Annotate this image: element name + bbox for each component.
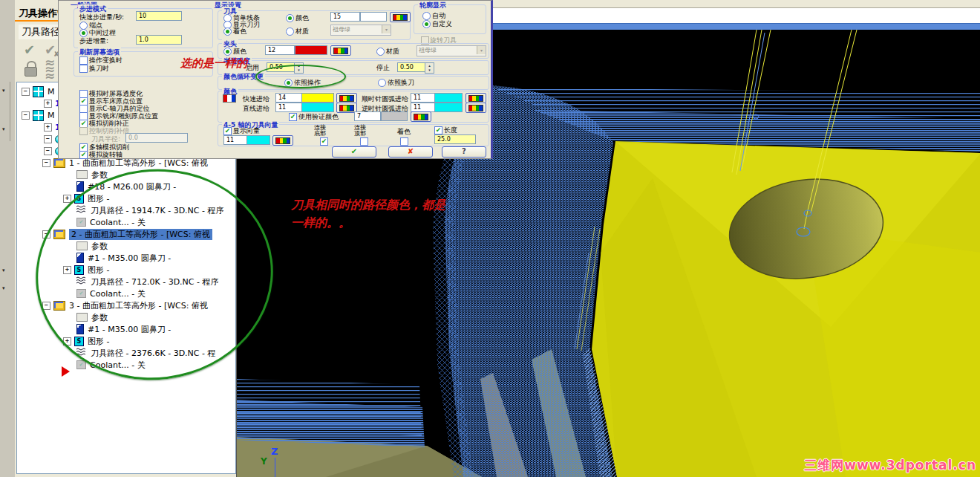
refresh-on-toolchange-checkbox[interactable]: ✔ <box>79 65 88 73</box>
rail-flyout-arrow[interactable]: ▾ <box>2 88 5 94</box>
holder-material-dropdown[interactable]: 祖母绿▾ <box>416 45 486 56</box>
insert-arrow-icon[interactable] <box>62 366 70 377</box>
tree-row-label: M <box>48 87 55 97</box>
verify-color-palette[interactable] <box>411 111 431 122</box>
tree-expand-toggle[interactable]: − <box>22 111 30 120</box>
tool-color-label: 颜色 <box>295 14 309 22</box>
verify-color-swatch[interactable] <box>381 111 408 121</box>
step-increment-input[interactable]: 1.0 <box>136 35 182 45</box>
verify-color-checkbox[interactable]: ✔ <box>289 113 297 121</box>
rapid-feed-num-input[interactable]: 14 <box>275 93 302 103</box>
gizmo-z-line <box>275 458 275 477</box>
sim-rotary-label: 模拟旋转轴 <box>89 151 122 158</box>
vector-color-num-input[interactable]: 11 <box>223 135 247 145</box>
tree-expand-toggle[interactable]: − <box>44 147 52 155</box>
tool-palette-button[interactable] <box>390 12 411 22</box>
tool-color-num-input[interactable]: 15 <box>330 12 360 22</box>
multiaxis-label: 多轴模拟切削 <box>89 143 129 151</box>
cycle-by-tool-radio[interactable] <box>378 79 386 87</box>
top-strip-white <box>486 8 980 23</box>
refresh-on-toolchange-label: 换刀时 <box>89 65 109 72</box>
show-vectors-checkbox[interactable]: ✔ <box>223 127 232 135</box>
tree-expand-toggle[interactable]: − <box>22 88 30 96</box>
viewport-note-line1: 刀具相同时的路径颜色，都是 <box>291 198 445 213</box>
sim-rotary-checkbox[interactable]: ✔ <box>79 151 88 159</box>
ccw-arc-palette[interactable] <box>466 103 486 113</box>
cw-arc-palette[interactable] <box>466 93 486 103</box>
comp-control-label: 控制切削补偿 <box>89 127 129 134</box>
palette-mini-icon <box>223 94 236 103</box>
cw-arc-swatch[interactable] <box>434 93 463 103</box>
tree-row-label: M <box>48 111 55 120</box>
refresh-on-op-checkbox[interactable]: ✔ <box>79 56 88 65</box>
midprocess-radio[interactable] <box>79 29 88 37</box>
tool-color-radio[interactable] <box>286 14 294 22</box>
transparency-stop-input[interactable]: 0.50 <box>397 62 425 72</box>
conn-top-label: 连接顶部 <box>354 125 366 137</box>
vector-length-checkbox[interactable]: ✔ <box>434 126 442 134</box>
comp-control-checkbox[interactable]: ✔ <box>79 127 88 135</box>
tool-material-radio[interactable] <box>286 27 294 36</box>
linear-feed-swatch[interactable] <box>301 103 334 112</box>
rapid-step-input[interactable]: 10 <box>136 11 182 21</box>
cw-arc-num-input[interactable]: 11 <box>411 93 436 103</box>
holder-palette-button[interactable] <box>330 45 351 56</box>
ok-button[interactable]: ✔ <box>332 146 376 158</box>
tool-color-swatch[interactable] <box>360 12 387 22</box>
tool-material-label: 材质 <box>295 27 309 35</box>
conn-bottom-checkbox[interactable]: ✔ <box>320 137 328 146</box>
help-button[interactable]: ? <box>442 146 486 158</box>
machine-group-icon <box>33 110 44 121</box>
dialog-note: 选的是一样的 <box>180 56 247 71</box>
vector-color-swatch[interactable] <box>246 135 270 145</box>
conn-top-checkbox[interactable]: ✔ <box>360 137 368 146</box>
verify-color-num-input[interactable]: 7 <box>354 111 381 121</box>
lock-icon[interactable] <box>24 61 36 76</box>
tool-radius-input[interactable]: 0.0 <box>125 133 188 143</box>
tree-expand-toggle[interactable]: + <box>44 100 52 108</box>
rail-flyout-arrow[interactable]: ▾ <box>2 285 5 291</box>
watermark: 三维网www.3dportal.cn <box>804 457 976 474</box>
rail-flyout-arrow[interactable]: ▾ <box>2 126 5 132</box>
rapid-feed-label: 快速进给 <box>243 95 270 103</box>
holder-color-num-input[interactable]: 12 <box>265 45 295 55</box>
green-ellipse-by-op <box>255 65 346 88</box>
holder-color-label: 颜色 <box>233 48 246 55</box>
tree-expand-toggle[interactable]: − <box>44 135 52 143</box>
ccw-arc-swatch[interactable] <box>434 103 463 112</box>
holder-color-swatch[interactable] <box>295 45 327 55</box>
holder-material-radio[interactable] <box>376 48 385 56</box>
conn-bottom-label: 连接底部 <box>314 125 326 137</box>
tree-expand-toggle[interactable]: + <box>44 123 52 132</box>
outline-auto-radio[interactable] <box>422 12 431 20</box>
tab-toolpaths[interactable]: 刀具路径 <box>19 25 63 39</box>
tool-icon <box>76 181 84 192</box>
rapid-feed-swatch[interactable] <box>301 93 334 103</box>
transparency-stop-spinner[interactable]: ▴▾ <box>425 62 434 74</box>
vector-palette[interactable] <box>272 135 293 146</box>
vector-length-input[interactable]: 25.0 <box>434 134 476 144</box>
linear-feed-label: 直线进给 <box>243 105 270 112</box>
outline-custom-radio[interactable] <box>422 20 431 28</box>
linear-feed-num-input[interactable]: 11 <box>275 103 302 112</box>
check-icon: ✔ <box>24 42 35 57</box>
endpoint-label: 端点 <box>89 22 102 29</box>
select-all-ops-button[interactable]: ✔ <box>24 42 40 58</box>
holder-color-radio[interactable] <box>223 48 232 56</box>
vector-shade-checkbox[interactable]: ✔ <box>400 137 408 146</box>
tool-material-dropdown[interactable]: 祖母绿▾ <box>330 25 391 36</box>
tree-row-label: 参数 <box>91 169 108 181</box>
tool-shaded-radio[interactable] <box>223 27 232 36</box>
screen-fit-label: 模拟时屏幕透度化 <box>89 90 143 97</box>
outline-title: 轮廓显示 <box>418 1 448 10</box>
parameters-folder-icon <box>76 170 88 179</box>
rail-flyout-arrow[interactable]: ▾ <box>2 267 5 273</box>
cw-arc-label: 顺时针圆弧进给 <box>362 95 408 103</box>
cancel-button[interactable]: ✘ <box>388 146 433 158</box>
viewport-note-line2: 一样的。。 <box>291 215 350 231</box>
rapid-feed-palette[interactable] <box>336 93 357 103</box>
tree-expand-toggle[interactable]: − <box>42 159 50 167</box>
refresh-on-op-label: 操作变换时 <box>89 56 122 64</box>
tree-expand-toggle[interactable]: + <box>63 195 71 203</box>
step-increment-label: 步进增量: <box>79 37 108 45</box>
